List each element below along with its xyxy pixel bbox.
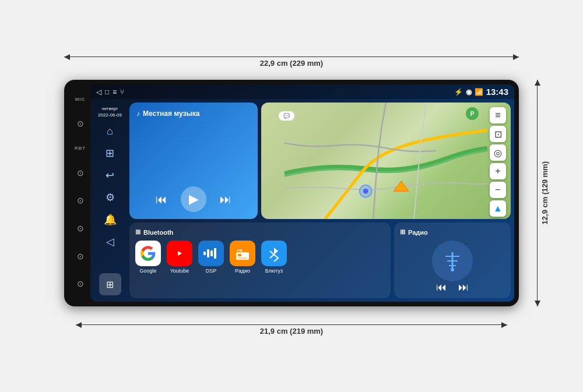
map-card: 💬 P ≡ ⊡ ◎: [261, 103, 511, 219]
nav-icon-settings[interactable]: ⚙: [101, 188, 120, 207]
usb-icon: ⑂: [120, 88, 124, 96]
app-bluetooth[interactable]: Блютуз: [261, 241, 287, 274]
date-value: 2022-06-09: [98, 112, 122, 118]
bottom-dimension: 21,9 cm (219 mm): [76, 324, 507, 336]
svg-rect-7: [214, 248, 216, 259]
parking-label: P: [470, 111, 475, 117]
bluetooth-app-label: Блютуз: [265, 268, 283, 274]
side-button-3[interactable]: ⊙: [75, 195, 86, 206]
app-youtube[interactable]: Youtube: [167, 241, 192, 274]
bluetooth-card-title: ⊞ Bluetooth: [135, 228, 385, 236]
bottom-row: ⊞ Bluetooth: [129, 223, 511, 298]
svg-rect-6: [210, 250, 213, 256]
nav-icon-home[interactable]: ⌂: [101, 122, 120, 140]
svg-rect-5: [207, 249, 209, 257]
nav-icon-back[interactable]: ↩: [101, 166, 120, 185]
music-controls: ⏮ ▶ ⏭: [136, 186, 251, 212]
map-nav-btn[interactable]: ▲: [490, 200, 506, 217]
menu-icon[interactable]: ≡: [113, 88, 117, 96]
radio-next-btn[interactable]: ⏭: [458, 281, 469, 294]
play-button[interactable]: ▶: [181, 186, 206, 212]
bluetooth-app-icon: [261, 241, 287, 266]
radio-controls: ⏮ ⏭: [400, 281, 505, 294]
status-bar-left: ◁ □ ≡ ⑂: [96, 88, 124, 96]
apps-bottom-icon[interactable]: ⊞: [99, 273, 121, 295]
radio-prev-btn[interactable]: ⏮: [436, 281, 447, 294]
radio-grid-icon: ⊞: [400, 228, 405, 236]
date-info: четверг 2022-06-09: [98, 105, 122, 118]
day-label: четверг: [98, 105, 122, 112]
music-title-text: Местная музыка: [143, 110, 199, 118]
right-dimension-label: 12,9 cm (129 mm): [540, 161, 549, 224]
map-layers-btn[interactable]: ≡: [490, 107, 506, 123]
bluetooth-status-icon: ⚡: [454, 88, 463, 96]
svg-point-2: [363, 189, 368, 194]
side-button-2[interactable]: ⊙: [75, 167, 86, 179]
device: MIC ⊙ RBT ⊙ ⊙ ⊙ ⊙ ⊙ ◁ □ ≡ ⑂ ⚡ ◉: [64, 80, 519, 306]
screen: ◁ □ ≡ ⑂ ⚡ ◉ 📶 13:43 четверг: [90, 84, 514, 302]
prev-button[interactable]: ⏮: [151, 189, 172, 210]
location-icon: ◉: [466, 88, 472, 96]
radio-main: [400, 241, 505, 281]
side-button-1[interactable]: ⊙: [75, 118, 86, 129]
bottom-dimension-label: 21,9 cm (219 mm): [260, 327, 323, 336]
map-zoom-in-btn[interactable]: +: [490, 163, 506, 179]
youtube-icon: [167, 241, 192, 266]
side-button-6[interactable]: ⊙: [75, 278, 86, 289]
back-icon[interactable]: ◁: [96, 88, 101, 96]
side-button-5[interactable]: ⊙: [75, 250, 86, 262]
status-bar-right: ⚡ ◉ 📶 13:43: [454, 87, 508, 97]
left-buttons: MIC ⊙ RBT ⊙ ⊙ ⊙ ⊙ ⊙: [70, 80, 90, 306]
radio-title-text: Радио: [408, 229, 428, 236]
right-dimension-line: [537, 80, 538, 306]
map-controls: ≡ ⊡ ◎ + − ▲ 🔍: [490, 107, 506, 219]
app-dsp[interactable]: DSP: [198, 241, 224, 274]
next-button[interactable]: ⏭: [215, 189, 236, 210]
map-compass-btn[interactable]: ◎: [490, 144, 506, 161]
svg-rect-9: [238, 254, 241, 256]
mic-label: MIC: [75, 97, 86, 102]
youtube-label: Youtube: [170, 268, 189, 274]
map-zoom-out-btn[interactable]: −: [490, 182, 506, 198]
svg-point-18: [451, 268, 454, 271]
radio-card: ⊞ Радио: [394, 223, 511, 298]
google-icon: [135, 241, 161, 266]
home-icon[interactable]: □: [105, 88, 109, 96]
bluetooth-card: ⊞ Bluetooth: [129, 223, 391, 298]
map-bookmark-btn[interactable]: ⊡: [490, 126, 506, 142]
parking-badge: P: [466, 107, 479, 120]
dsp-icon: [198, 241, 224, 266]
top-row: ♪ Местная музыка ⏮ ▶ ⏭: [129, 103, 511, 219]
svg-rect-4: [203, 252, 206, 255]
nav-icon-mixer[interactable]: ⊞: [101, 144, 120, 163]
apps-grid-icon: ⊞: [106, 279, 114, 290]
google-label: Google: [139, 268, 156, 274]
radio-app-label: Радио: [235, 268, 250, 274]
side-button-4[interactable]: ⊙: [75, 223, 86, 234]
svg-text:FM: FM: [237, 249, 243, 252]
app-radio[interactable]: FM Радио: [230, 241, 255, 274]
rbt-label: RBT: [75, 146, 86, 151]
app-grid: Google: [135, 241, 385, 274]
nav-icon-compass[interactable]: ◁: [101, 232, 120, 251]
left-nav-panel: четверг 2022-06-09 ⌂ ⊞ ↩ ⚙ 🔔 ◁ ⊞: [94, 103, 126, 298]
nav-icon-volume[interactable]: 🔔: [101, 210, 120, 229]
bluetooth-title-text: Bluetooth: [143, 229, 173, 236]
svg-line-13: [270, 255, 274, 258]
top-dimension: 22,9 cm (229 mm): [64, 56, 519, 68]
music-note-icon: ♪: [136, 110, 140, 118]
dsp-label: DSP: [206, 268, 217, 274]
status-bar: ◁ □ ≡ ⑂ ⚡ ◉ 📶 13:43: [90, 84, 514, 99]
outer-container: 22,9 cm (229 mm) MIC ⊙ RBT ⊙ ⊙ ⊙ ⊙ ⊙ ◁ □…: [29, 51, 554, 341]
wifi-icon: 📶: [475, 88, 483, 96]
music-card: ♪ Местная музыка ⏮ ▶ ⏭: [129, 103, 258, 219]
chat-icon: 💬: [283, 113, 290, 119]
music-title: ♪ Местная музыка: [136, 110, 251, 118]
map-background: 💬 P: [261, 103, 511, 219]
top-dimension-label: 22,9 cm (229 mm): [260, 59, 323, 68]
radio-antenna-icon: [432, 241, 473, 281]
app-google[interactable]: Google: [135, 241, 161, 274]
right-dimension: 12,9 cm (129 mm): [537, 80, 549, 306]
center-panels: ♪ Местная музыка ⏮ ▶ ⏭: [129, 103, 511, 298]
svg-line-12: [270, 251, 274, 255]
